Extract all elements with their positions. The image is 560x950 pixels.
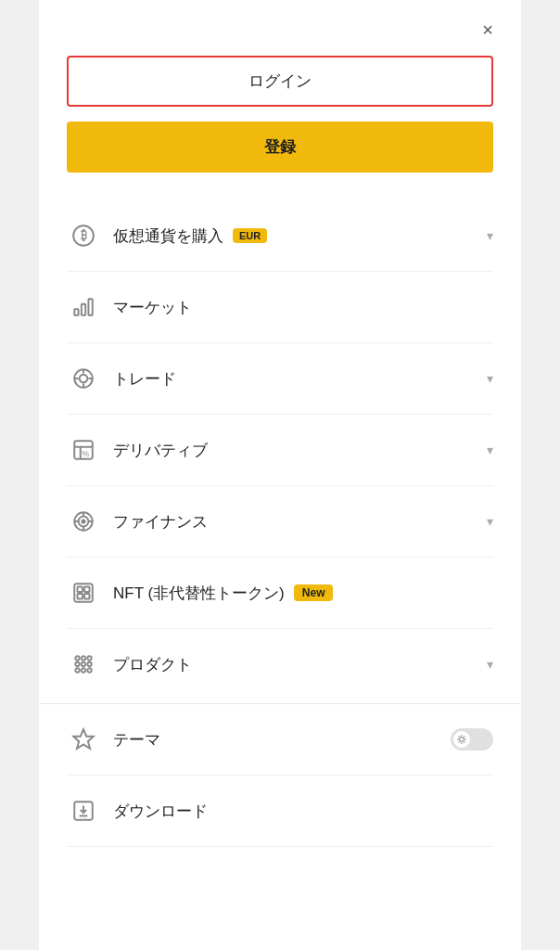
- svg-line-45: [459, 742, 460, 743]
- menu-item-market[interactable]: マーケット: [67, 272, 493, 343]
- eur-badge: EUR: [233, 228, 267, 243]
- chevron-down-icon: ▾: [487, 443, 493, 457]
- toggle-thumb: [453, 731, 470, 748]
- chevron-down-icon: ▾: [487, 371, 493, 386]
- main-panel: × ログイン 登録 ₿ 仮想通貨を購入 EUR ▾: [39, 0, 521, 950]
- svg-text:%: %: [82, 449, 89, 458]
- svg-marker-36: [73, 729, 94, 749]
- menu-item-buy-crypto[interactable]: ₿ 仮想通貨を購入 EUR ▾: [67, 200, 493, 272]
- svg-point-17: [82, 520, 84, 522]
- menu-item-products[interactable]: プロダクト ▾: [67, 629, 493, 700]
- svg-point-32: [87, 662, 91, 666]
- menu-item-derivatives[interactable]: % デリバティブ ▾: [67, 415, 493, 486]
- menu-item-finance[interactable]: ファイナンス ▾: [67, 486, 493, 558]
- svg-point-35: [87, 668, 91, 672]
- svg-rect-23: [78, 587, 83, 592]
- svg-point-33: [75, 668, 79, 672]
- svg-line-43: [465, 742, 465, 743]
- chevron-down-icon: ▾: [487, 228, 493, 243]
- new-badge: New: [294, 584, 334, 601]
- menu-label-derivatives: デリバティブ: [113, 440, 479, 461]
- menu-label-download: ダウンロード: [113, 801, 493, 822]
- menu-label-products: プロダクト: [113, 654, 479, 675]
- svg-point-34: [82, 668, 85, 672]
- nft-icon: [67, 576, 100, 610]
- toggle-track: [451, 728, 493, 751]
- derivatives-icon: %: [67, 433, 100, 467]
- svg-rect-25: [78, 594, 83, 598]
- menu-label-theme: テーマ: [113, 729, 451, 751]
- svg-point-31: [82, 662, 85, 666]
- svg-rect-4: [88, 299, 92, 315]
- login-button[interactable]: ログイン: [67, 56, 493, 107]
- download-icon: [67, 794, 100, 828]
- theme-icon: [67, 723, 100, 756]
- products-icon: [67, 648, 100, 681]
- trade-icon: [67, 362, 100, 395]
- menu-label-finance: ファイナンス: [113, 511, 479, 533]
- svg-point-6: [80, 375, 88, 383]
- menu-label-nft: NFT (非代替性トークン) New: [113, 583, 493, 604]
- svg-point-30: [75, 662, 79, 666]
- menu-label-buy-crypto: 仮想通貨を購入 EUR: [113, 225, 479, 247]
- svg-point-29: [87, 656, 91, 660]
- register-button[interactable]: 登録: [67, 122, 493, 173]
- chart-icon: [67, 290, 100, 324]
- svg-point-37: [460, 738, 465, 742]
- header-section: ログイン 登録: [39, 0, 521, 200]
- svg-line-44: [465, 737, 465, 738]
- menu-label-market: マーケット: [113, 297, 493, 318]
- menu-item-nft[interactable]: NFT (非代替性トークン) New: [67, 558, 493, 629]
- svg-rect-24: [84, 587, 89, 592]
- svg-point-28: [82, 656, 85, 660]
- finance-icon: [67, 505, 100, 538]
- svg-line-42: [459, 737, 460, 738]
- bottom-section: テーマ: [39, 703, 521, 847]
- svg-rect-26: [84, 594, 89, 598]
- svg-point-27: [75, 656, 79, 660]
- menu-label-trade: トレード: [113, 368, 479, 390]
- bottom-item-theme[interactable]: テーマ: [67, 704, 493, 776]
- chevron-down-icon: ▾: [487, 657, 493, 672]
- menu-item-trade[interactable]: トレード ▾: [67, 343, 493, 415]
- bitcoin-icon: ₿: [67, 219, 100, 252]
- chevron-down-icon: ▾: [487, 514, 493, 529]
- bottom-item-download[interactable]: ダウンロード: [67, 776, 493, 847]
- svg-rect-2: [74, 309, 78, 315]
- svg-text:₿: ₿: [81, 228, 87, 242]
- svg-rect-3: [82, 304, 85, 315]
- close-button[interactable]: ×: [473, 15, 503, 45]
- menu-section: ₿ 仮想通貨を購入 EUR ▾ マーケット: [39, 200, 521, 700]
- theme-toggle[interactable]: [451, 728, 493, 751]
